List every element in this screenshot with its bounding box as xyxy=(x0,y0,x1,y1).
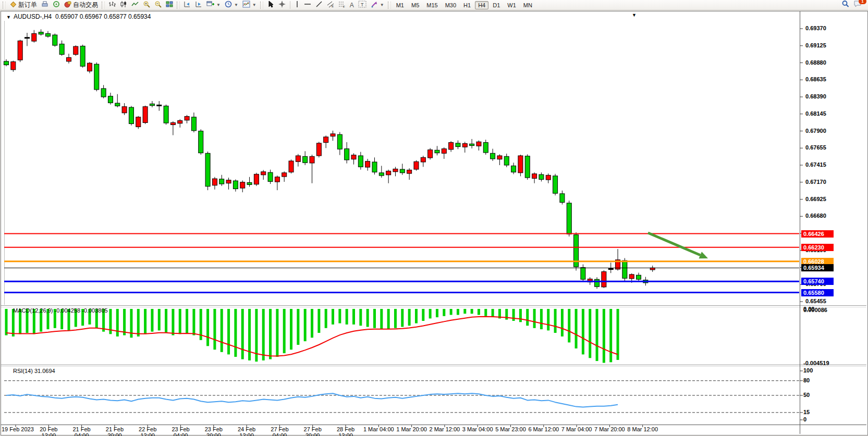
timeframe-button-M1[interactable]: M1 xyxy=(393,1,407,9)
candle-body xyxy=(449,143,454,150)
tile-windows-button[interactable] xyxy=(164,1,175,10)
toolbar-drag-handle[interactable] xyxy=(177,2,180,9)
rsi-scale-label: 15 xyxy=(803,409,810,415)
chart-collapse-icon[interactable]: ▼ xyxy=(6,15,11,20)
candle-body xyxy=(191,117,196,131)
zoom-out-button[interactable] xyxy=(152,1,164,10)
macd-histogram-bar xyxy=(123,309,126,335)
new-chart-button[interactable]: ▼ xyxy=(204,1,223,10)
time-axis-label: 23 Feb 04:00 xyxy=(164,426,198,436)
candle-body xyxy=(372,162,377,172)
price-tick-label: 0.67415 xyxy=(805,161,826,168)
candle-body xyxy=(351,155,356,159)
dropdown-caret-icon: ▼ xyxy=(216,3,221,7)
toolbar-drag-handle[interactable] xyxy=(102,2,105,9)
bar-chart-button[interactable] xyxy=(106,1,118,10)
timeframe-button-M5[interactable]: M5 xyxy=(408,1,422,9)
timeframe-button-W1[interactable]: W1 xyxy=(504,1,519,9)
equidistant-channel-tool-button[interactable]: E xyxy=(325,1,336,10)
time-axis-label: 3 Mar 04:00 xyxy=(461,426,494,432)
candle-body xyxy=(483,143,488,153)
macd-histogram-bar xyxy=(186,309,188,333)
candle-body xyxy=(136,117,141,127)
new-order-icon xyxy=(9,1,17,10)
candle-body xyxy=(25,38,29,39)
time-axis-label: 2 Mar 12:00 xyxy=(428,426,461,432)
candle-body xyxy=(539,175,544,179)
candle-body xyxy=(345,149,349,160)
notifications-button[interactable]: 1 xyxy=(851,1,864,10)
candle-body xyxy=(324,137,328,143)
arrows-tool-button[interactable]: ▼ xyxy=(369,1,386,10)
chart-title-bar[interactable]: ▼AUDUSD-,H4 0.65907 0.65967 0.65877 0.65… xyxy=(6,13,151,20)
toolbar-drag-handle[interactable] xyxy=(3,2,6,9)
toolbar-separator xyxy=(290,1,290,9)
print-button[interactable] xyxy=(39,1,51,10)
macd-histogram-bar xyxy=(394,309,397,328)
horizontal-line-icon xyxy=(304,1,311,10)
chart-symbol-period: AUDUSD-,H4 xyxy=(14,13,52,20)
macd-histogram-bar xyxy=(352,309,355,325)
new-order-button[interactable]: 新订单 xyxy=(7,1,39,10)
candle-body xyxy=(532,174,537,179)
chart-shift-button[interactable] xyxy=(193,1,204,10)
candle-body xyxy=(525,156,530,178)
trendline-tool-button[interactable] xyxy=(313,1,325,10)
zoom-in-button[interactable] xyxy=(141,1,152,10)
candle-body xyxy=(331,134,335,136)
chart-canvas[interactable] xyxy=(0,0,868,436)
candlestick-chart-button[interactable] xyxy=(118,1,129,10)
timeframe-button-M15[interactable]: M15 xyxy=(423,1,441,9)
horizontal-line-tool-button[interactable] xyxy=(302,1,313,10)
vertical-line-tool-button[interactable] xyxy=(292,1,302,10)
fibonacci-icon: F xyxy=(338,1,346,10)
candle-body xyxy=(462,144,467,147)
macd-histogram-bar xyxy=(568,309,570,342)
timeframe-button-MN[interactable]: MN xyxy=(520,1,535,9)
tile-windows-icon xyxy=(166,1,173,10)
macd-histogram-bar xyxy=(436,309,438,317)
indicators-button[interactable]: ▼ xyxy=(240,1,259,10)
candle-body xyxy=(316,143,321,156)
candle-body xyxy=(226,180,231,183)
time-axis-label: 7 Mar 04:00 xyxy=(560,426,593,432)
timeframe-button-H4[interactable]: H4 xyxy=(475,1,488,9)
toolbar-drag-handle[interactable] xyxy=(388,2,391,9)
macd-histogram-bar xyxy=(262,309,265,360)
zoom-in-icon xyxy=(143,1,150,10)
candle-body xyxy=(94,64,99,90)
cursor-tool-button[interactable] xyxy=(265,1,276,10)
price-tick-label: 0.66680 xyxy=(805,213,826,219)
chart-shift-icon xyxy=(195,1,202,10)
toolbar-drag-handle[interactable] xyxy=(260,2,263,9)
macd-histogram-bar xyxy=(297,309,299,345)
candle-body xyxy=(476,142,481,146)
candle-body xyxy=(414,161,419,169)
candle-body xyxy=(275,177,279,182)
macd-histogram-bar xyxy=(172,309,174,335)
macd-histogram-bar xyxy=(450,309,453,315)
timeframe-button-H1[interactable]: H1 xyxy=(460,1,474,9)
candle-body xyxy=(178,120,182,123)
candle-body xyxy=(456,143,460,147)
chart-ohlc-values: 0.65907 0.65967 0.65877 0.65934 xyxy=(55,13,151,20)
auto-scroll-button[interactable] xyxy=(181,1,193,10)
svg-text:T: T xyxy=(361,2,364,7)
macd-histogram-bar xyxy=(165,309,167,333)
broadcast-button[interactable] xyxy=(51,1,62,10)
line-chart-button[interactable] xyxy=(129,1,141,10)
macd-histogram-bar xyxy=(304,309,307,341)
candle-body xyxy=(553,176,558,193)
candle-body xyxy=(101,89,106,97)
text-tool-button[interactable]: A xyxy=(348,1,356,10)
fibonacci-tool-button[interactable]: F xyxy=(336,1,348,10)
autotrade-button[interactable]: 自动交易 xyxy=(62,1,100,10)
arrow-annotation[interactable] xyxy=(648,233,700,255)
search-button[interactable] xyxy=(839,1,851,10)
text-label-tool-button[interactable]: T xyxy=(356,1,369,10)
timeframe-button-D1[interactable]: D1 xyxy=(490,1,503,9)
periods-clock-button[interactable]: ▼ xyxy=(223,1,240,10)
crosshair-tool-button[interactable] xyxy=(276,1,288,10)
timeframe-button-M30[interactable]: M30 xyxy=(442,1,459,9)
macd-histogram-bar xyxy=(463,309,466,314)
